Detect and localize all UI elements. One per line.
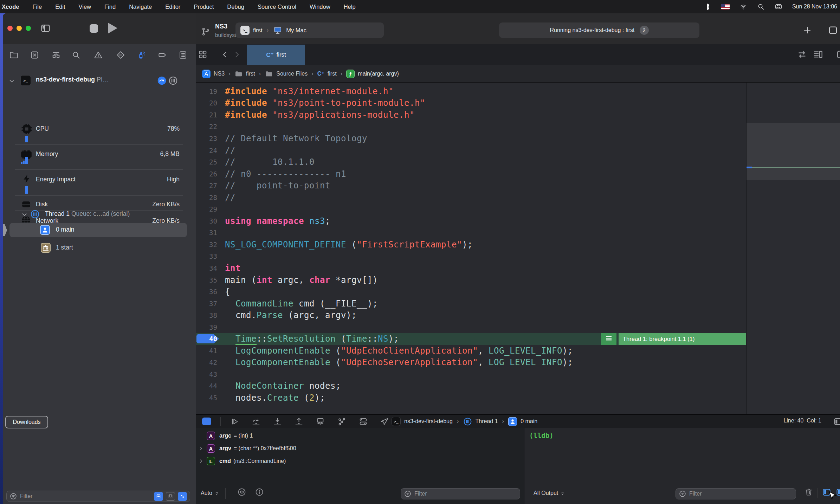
forward-icon[interactable] [233, 50, 241, 59]
minimize-button[interactable] [17, 26, 22, 31]
source-editor[interactable]: 19#include "ns3/internet-module.h"20#inc… [196, 83, 746, 414]
inspector-toggle-icon[interactable] [827, 25, 839, 35]
activity-viewer[interactable]: Running ns3-dev-first-debug : first 2 [499, 22, 699, 38]
code-line-41[interactable]: 41 LogComponentEnable ("UdpEchoClientApp… [196, 345, 746, 357]
debug-process-name[interactable]: ns3-dev-first-debug [404, 418, 453, 425]
variable-row-cmd[interactable]: Lcmd(ns3::CommandLine) [196, 455, 524, 467]
code-line-37[interactable]: 37 CommandLine cmd (__FILE__); [196, 298, 746, 310]
gauge-label[interactable]: Energy Impact [36, 176, 76, 183]
jumpbar-segment[interactable]: main(argc, argv) [358, 71, 399, 77]
environment-overrides-icon[interactable] [358, 417, 368, 426]
gauge-label[interactable]: CPU [36, 125, 49, 133]
menu-item-edit[interactable]: Edit [49, 4, 72, 10]
step-over-icon[interactable] [251, 417, 261, 426]
line-number[interactable]: 35 [196, 276, 217, 284]
code-line-30[interactable]: 30using namespace ns3; [196, 215, 746, 227]
menu-item-window[interactable]: Window [303, 4, 337, 10]
disclosure-chevron-icon[interactable] [199, 446, 203, 451]
line-number[interactable]: 42 [196, 358, 217, 366]
editor-options-icon[interactable] [813, 49, 824, 60]
filter-dots-button[interactable] [178, 492, 187, 501]
scheme-selector[interactable]: >_ first › My Mac [235, 22, 384, 38]
quicklook-eye-icon[interactable] [237, 487, 246, 497]
menu-item-editor[interactable]: Editor [159, 4, 187, 10]
downloads-button[interactable]: Downloads [5, 416, 48, 428]
thread-row[interactable]: Thread 1 Queue: c…ad (serial) [45, 210, 130, 218]
debug-thread-name[interactable]: Thread 1 [476, 418, 498, 425]
jumpbar-segment[interactable]: Source Files [276, 71, 308, 77]
view-hierarchy-icon[interactable] [316, 417, 325, 426]
code-line-29[interactable]: 29 [196, 203, 746, 215]
code-line-36[interactable]: 36{ [196, 286, 746, 298]
thread-view-toggle-icon[interactable] [168, 76, 178, 85]
line-number[interactable]: 32 [196, 241, 217, 248]
code-line-33[interactable]: 33 [196, 251, 746, 263]
info-icon[interactable] [255, 487, 264, 497]
sidebar-toggle-icon[interactable] [40, 23, 51, 34]
gauge-label[interactable]: Memory [36, 150, 58, 158]
code-line-22[interactable]: 22 [196, 121, 746, 133]
variable-row-argc[interactable]: Aargc= (int) 1 [196, 429, 524, 442]
add-editor-icon[interactable] [836, 49, 840, 60]
menu-item-find[interactable]: Find [98, 4, 122, 10]
code-line-19[interactable]: 19#include "ns3/internet-module.h" [196, 85, 746, 97]
jumpbar-segment[interactable]: NS3 [214, 71, 225, 77]
close-button[interactable] [7, 26, 13, 31]
console-filter-field[interactable]: Filter [676, 488, 796, 499]
jumpbar-segment[interactable]: first [246, 71, 255, 77]
tests-navigator-tab[interactable] [116, 50, 125, 60]
menu-item-view[interactable]: View [72, 4, 98, 10]
run-button[interactable] [108, 23, 117, 33]
filter-outline-button[interactable] [166, 492, 175, 501]
step-into-icon[interactable] [273, 417, 282, 426]
step-out-icon[interactable] [294, 417, 304, 426]
code-line-39[interactable]: 39 [196, 321, 746, 333]
menu-item-help[interactable]: Help [337, 4, 362, 10]
line-number[interactable]: 40 [196, 335, 217, 343]
code-line-42[interactable]: 42 LogComponentEnable ("UdpEchoServerApp… [196, 357, 746, 369]
variable-row-argv[interactable]: Aargv= (char **) 0x7ffeefbff500 [196, 442, 524, 455]
code-line-34[interactable]: 34int [196, 262, 746, 274]
tab-first[interactable]: C⁺ first [247, 45, 305, 65]
code-line-43[interactable]: 43 [196, 368, 746, 380]
line-number[interactable]: 36 [196, 288, 217, 296]
line-number[interactable]: 24 [196, 147, 217, 154]
debug-navigator-tab[interactable] [137, 50, 146, 60]
code-line-25[interactable]: 25// 10.1.1.0 [196, 156, 746, 168]
source-control-navigator-tab[interactable] [30, 50, 39, 60]
line-number[interactable]: 23 [196, 135, 217, 142]
line-number[interactable]: 43 [196, 370, 217, 378]
line-number[interactable]: 25 [196, 158, 217, 166]
code-line-27[interactable]: 27// point-to-point [196, 180, 746, 192]
line-number[interactable]: 27 [196, 182, 217, 189]
variables-filter-field[interactable]: Filter [401, 488, 520, 499]
gauge-label[interactable]: Disk [36, 201, 48, 208]
code-line-21[interactable]: 21#include "ns3/applications-module.h" [196, 109, 746, 121]
menu-item-product[interactable]: Product [187, 4, 220, 10]
minimap-viewport[interactable] [747, 123, 840, 180]
memory-graph-icon[interactable] [337, 417, 347, 426]
line-number[interactable]: 30 [196, 217, 217, 225]
code-line-32[interactable]: 32NS_LOG_COMPONENT_DEFINE ("FirstScriptE… [196, 239, 746, 251]
navigator-filter-field[interactable]: Filter [6, 491, 190, 502]
menu-item-navigate[interactable]: Navigate [122, 4, 159, 10]
line-number[interactable]: 20 [196, 99, 217, 107]
code-line-45[interactable]: 45 nodes.Create (2); [196, 392, 746, 404]
breakpoints-navigator-tab[interactable] [158, 50, 167, 60]
line-number[interactable]: 19 [196, 88, 217, 95]
code-line-40[interactable]: 40 Time::SetResolution (Time::NS);Thread… [196, 333, 746, 345]
disclosure-chevron-icon[interactable] [199, 459, 203, 464]
code-line-26[interactable]: 26// n0 -------------- n1 [196, 168, 746, 180]
back-icon[interactable] [220, 50, 229, 59]
spotlight-search-icon[interactable] [757, 3, 765, 11]
chevron-down-icon[interactable] [8, 78, 15, 84]
filter-flag-button[interactable] [154, 492, 163, 501]
performance-gauge-icon[interactable] [157, 76, 167, 85]
code-line-35[interactable]: 35main (int argc, char *argv[]) [196, 274, 746, 286]
app-blob-icon[interactable] [704, 3, 711, 11]
breakpoints-toggle-icon[interactable] [202, 418, 211, 425]
jumpbar-segment[interactable]: first [328, 71, 337, 77]
code-line-44[interactable]: 44 NodeContainer nodes; [196, 380, 746, 392]
menu-item-debug[interactable]: Debug [220, 4, 251, 10]
destination-name[interactable]: My Mac [286, 27, 306, 34]
